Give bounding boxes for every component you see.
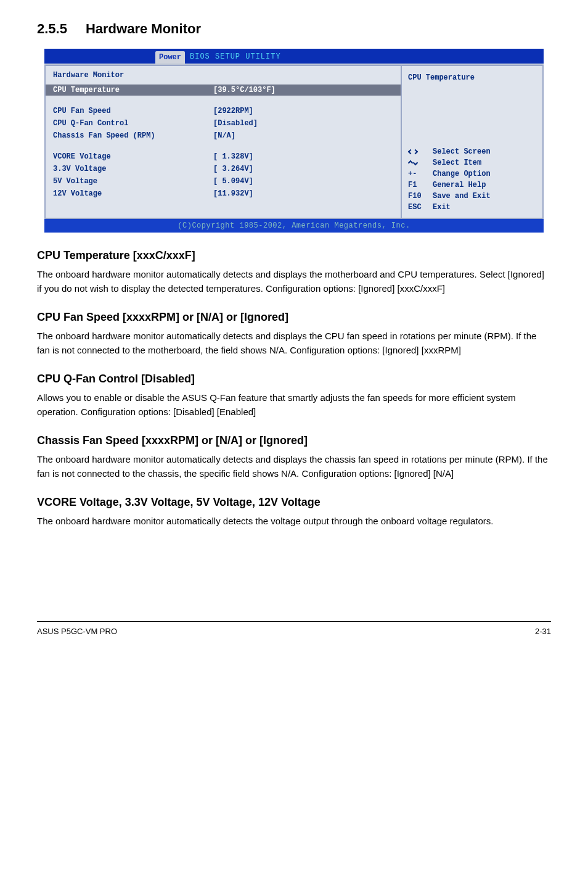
footer-product: ASUS P5GC-VM PRO — [37, 625, 117, 638]
bios-screenshot: Power BIOS SETUP UTILITY Hardware Monito… — [44, 49, 544, 233]
bios-row-label: CPU Q-Fan Control — [53, 118, 213, 129]
bios-row[interactable]: 12V Voltage [11.932V] — [53, 188, 393, 199]
bios-row-label: VCORE Voltage — [53, 151, 213, 162]
arrow-left-right-icon — [408, 146, 433, 157]
help-text: Select Item — [433, 157, 481, 168]
help-text: Save and Exit — [433, 191, 491, 202]
bios-row-value: [N/A] — [213, 130, 235, 141]
section-heading: 2.5.5Hardware Monitor — [37, 19, 551, 39]
paragraph: Allows you to enable or disable the ASUS… — [37, 391, 551, 419]
bios-row-label: 12V Voltage — [53, 188, 213, 199]
heading-chassis-fan-speed: Chassis Fan Speed [xxxxRPM] or [N/A] or … — [37, 432, 551, 449]
bios-utility-title: BIOS SETUP UTILITY — [190, 51, 281, 64]
bios-row-value: [11.932V] — [213, 188, 253, 199]
bios-row[interactable]: Chassis Fan Speed (RPM) [N/A] — [53, 130, 393, 141]
heading-cpu-fan-speed: CPU Fan Speed [xxxxRPM] or [N/A] or [Ign… — [37, 309, 551, 326]
bios-row-value: [ 3.264V] — [213, 163, 253, 175]
paragraph: The onboard hardware monitor automatical… — [37, 514, 551, 529]
bios-row-value: [Disabled] — [213, 118, 258, 129]
paragraph: The onboard hardware monitor automatical… — [37, 329, 551, 357]
bios-row-label: Chassis Fan Speed (RPM) — [53, 130, 213, 141]
bios-row[interactable]: VCORE Voltage [ 1.328V] — [53, 151, 393, 162]
paragraph: The onboard hardware monitor automatical… — [37, 268, 551, 295]
footer-page-number: 2-31 — [535, 625, 551, 638]
bios-row[interactable]: 5V Voltage [ 5.094V] — [53, 176, 393, 187]
bios-panel-title: Hardware Monitor — [53, 70, 393, 81]
help-text: General Help — [433, 179, 486, 191]
section-number: 2.5.5 — [37, 21, 67, 36]
bios-header: Power BIOS SETUP UTILITY — [44, 49, 544, 64]
heading-cpu-q-fan: CPU Q-Fan Control [Disabled] — [37, 371, 551, 387]
arrow-up-down-icon — [408, 157, 433, 168]
help-text: Change Option — [433, 168, 491, 179]
bios-right-panel: CPU Temperature Select Screen Select Ite… — [402, 65, 544, 219]
page-footer: ASUS P5GC-VM PRO 2-31 — [37, 621, 551, 638]
heading-voltages: VCORE Voltage, 3.3V Voltage, 5V Voltage,… — [37, 494, 551, 511]
bios-row[interactable]: 3.3V Voltage [ 3.264V] — [53, 163, 393, 175]
help-text: Select Screen — [433, 146, 491, 157]
help-key: +- — [408, 168, 433, 179]
bios-help-title: CPU Temperature — [408, 72, 536, 83]
bios-help-block: Select Screen Select Item +- Change Opti… — [408, 146, 536, 213]
section-title-text: Hardware Monitor — [86, 21, 201, 36]
bios-row-value: [ 5.094V] — [213, 176, 253, 187]
heading-cpu-temperature: CPU Temperature [xxxC/xxxF] — [37, 247, 551, 264]
help-key: F1 — [408, 179, 433, 191]
bios-copyright: (C)Copyright 1985-2002, American Megatre… — [44, 219, 544, 233]
bios-tab: Power — [155, 51, 185, 64]
bios-row-value: [39.5°C/103°F] — [213, 85, 276, 96]
bios-row-label: 5V Voltage — [53, 176, 213, 187]
help-text: Exit — [433, 202, 451, 213]
help-key: F10 — [408, 191, 433, 202]
bios-row[interactable]: CPU Fan Speed [2922RPM] — [53, 105, 393, 117]
bios-selected-row[interactable]: CPU Temperature [39.5°C/103°F] — [46, 85, 401, 96]
bios-left-panel: Hardware Monitor CPU Temperature [39.5°C… — [44, 65, 402, 219]
bios-row-label: 3.3V Voltage — [53, 163, 213, 175]
bios-row-value: [ 1.328V] — [213, 151, 253, 162]
paragraph: The onboard hardware monitor automatical… — [37, 453, 551, 481]
help-key: ESC — [408, 202, 433, 213]
bios-row-label: CPU Temperature — [53, 85, 213, 96]
bios-row[interactable]: CPU Q-Fan Control [Disabled] — [53, 118, 393, 129]
bios-body: Hardware Monitor CPU Temperature [39.5°C… — [44, 64, 544, 219]
bios-row-label: CPU Fan Speed — [53, 105, 213, 117]
bios-row-value: [2922RPM] — [213, 105, 253, 117]
